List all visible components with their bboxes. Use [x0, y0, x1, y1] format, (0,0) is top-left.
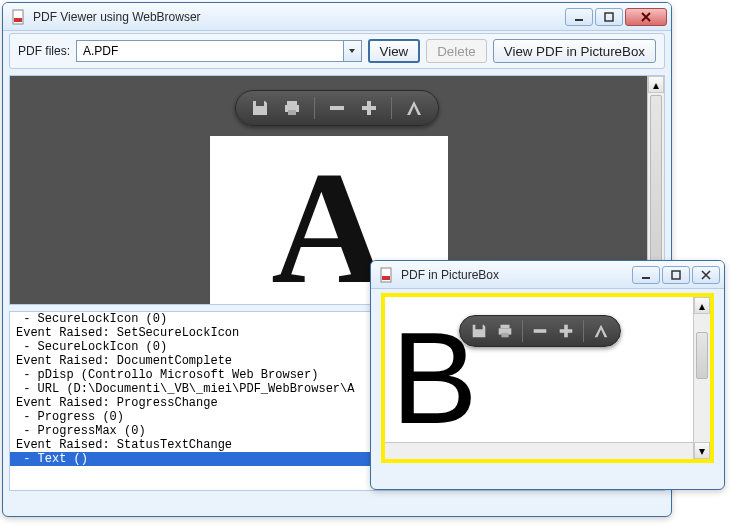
window-controls [632, 266, 720, 284]
pdf-app-icon [379, 267, 395, 283]
window-title: PDF in PictureBox [401, 268, 632, 282]
view-picturebox-button[interactable]: View PDF in PictureBox [493, 39, 656, 63]
window-controls [565, 8, 667, 26]
toolbar: PDF files: View Delete View PDF in Pictu… [9, 33, 665, 69]
separator [391, 97, 392, 119]
separator [522, 320, 523, 342]
svg-rect-13 [672, 271, 680, 279]
svg-rect-7 [330, 106, 344, 110]
maximize-button[interactable] [595, 8, 623, 26]
svg-rect-2 [575, 19, 583, 21]
pdf-files-label: PDF files: [18, 44, 70, 58]
svg-rect-6 [288, 110, 296, 115]
pdf-files-combo[interactable] [76, 40, 362, 62]
pdf-app-icon [11, 9, 27, 25]
pdf-toolbar [459, 315, 621, 347]
svg-rect-14 [500, 325, 509, 329]
client-area: B ▴ ▾ [377, 291, 718, 483]
separator [314, 97, 315, 119]
save-icon[interactable] [470, 322, 488, 340]
pdf-files-input[interactable] [77, 41, 343, 61]
close-button[interactable] [625, 8, 667, 26]
print-icon[interactable] [496, 322, 514, 340]
svg-rect-9 [367, 101, 371, 115]
svg-rect-17 [533, 329, 546, 333]
picturebox: B ▴ ▾ [381, 293, 714, 463]
titlebar[interactable]: PDF in PictureBox [371, 261, 724, 289]
print-icon[interactable] [282, 98, 302, 118]
minimize-button[interactable] [632, 266, 660, 284]
scroll-down-icon[interactable]: ▾ [694, 442, 710, 459]
titlebar[interactable]: PDF Viewer using WebBrowser [3, 3, 671, 31]
svg-rect-12 [642, 277, 650, 279]
window-title: PDF Viewer using WebBrowser [33, 10, 565, 24]
picturebox-scrollbar-h[interactable] [385, 442, 693, 459]
picturebox-window: PDF in PictureBox B ▴ [370, 260, 725, 490]
scroll-thumb[interactable] [650, 95, 662, 285]
scroll-up-icon[interactable]: ▴ [694, 297, 710, 314]
zoom-out-icon[interactable] [327, 98, 347, 118]
pdf-toolbar [235, 90, 439, 126]
mini-pdf-page: B [391, 303, 688, 453]
minimize-button[interactable] [565, 8, 593, 26]
save-icon[interactable] [250, 98, 270, 118]
adobe-icon[interactable] [404, 98, 424, 118]
combo-dropdown-button[interactable] [343, 41, 361, 61]
svg-rect-3 [605, 13, 613, 21]
svg-rect-11 [382, 276, 390, 280]
zoom-out-icon[interactable] [531, 322, 549, 340]
zoom-in-icon[interactable] [557, 322, 575, 340]
status-bar [381, 466, 714, 481]
scroll-up-icon[interactable]: ▴ [648, 76, 664, 93]
svg-rect-4 [287, 101, 297, 105]
close-button[interactable] [692, 266, 720, 284]
view-button[interactable]: View [368, 39, 421, 63]
separator [583, 320, 584, 342]
delete-button: Delete [426, 39, 487, 63]
svg-rect-19 [564, 325, 568, 338]
zoom-in-icon[interactable] [359, 98, 379, 118]
svg-rect-1 [14, 18, 22, 22]
picturebox-scrollbar-v[interactable]: ▴ ▾ [693, 297, 710, 459]
scroll-thumb[interactable] [696, 332, 708, 379]
maximize-button[interactable] [662, 266, 690, 284]
svg-rect-16 [501, 333, 508, 338]
adobe-icon[interactable] [592, 322, 610, 340]
